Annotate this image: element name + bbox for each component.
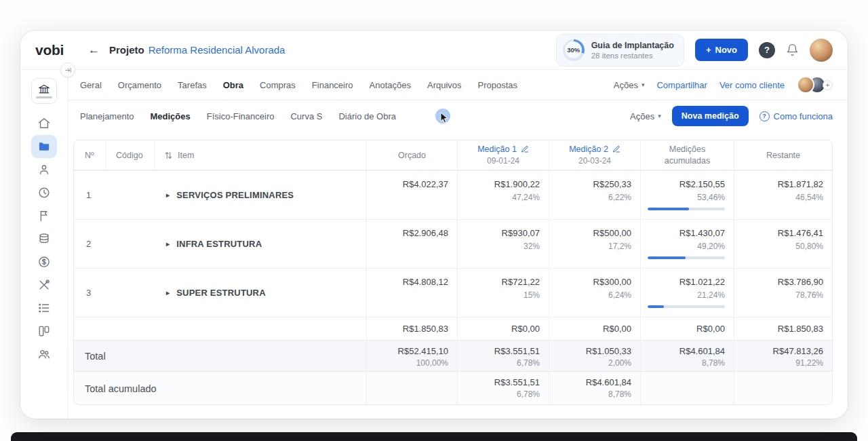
tab-compras[interactable]: Compras <box>260 80 296 90</box>
header-measurement-2: Medição 2 20-03-24 <box>549 140 641 170</box>
add-collaborator-icon[interactable]: + <box>823 80 833 90</box>
measurement-2-date: 20-03-24 <box>578 156 611 166</box>
help-icon[interactable]: ? <box>759 42 775 58</box>
total-measurement-2-cell: R$1.050,332,00% <box>549 340 641 371</box>
sidebar-expand-button[interactable] <box>60 62 75 77</box>
sidebar-item-products[interactable] <box>31 227 57 250</box>
collaborator-avatars[interactable]: + <box>797 76 833 94</box>
measurement-2-cell: R$250,336,22% <box>549 170 641 219</box>
subtab-planejamento[interactable]: Planejamento <box>80 111 134 121</box>
table-row[interactable]: 1 ▸ SERVIÇOS PRELIMINARES R$4.022,37 R$1… <box>74 170 832 219</box>
remaining-cell: R$3.786,9078,76% <box>734 268 832 317</box>
tab-tarefas[interactable]: Tarefas <box>178 80 207 90</box>
subtab-fisico-financeiro[interactable]: Físico-Financeiro <box>207 111 275 121</box>
row-number: 1 <box>74 170 106 219</box>
user-avatar[interactable] <box>810 39 833 62</box>
sidebar-item-projects[interactable] <box>31 135 57 158</box>
sidebar-item-team[interactable] <box>31 343 57 366</box>
chevron-down-icon: ▾ <box>642 81 645 88</box>
expand-caret-icon[interactable]: ▸ <box>166 240 170 248</box>
tab-anotacoes[interactable]: Anotações <box>370 80 411 90</box>
row-item-cell[interactable]: ▸ SUPER ESTRUTURA <box>155 268 367 317</box>
back-arrow-icon[interactable]: ← <box>88 43 100 57</box>
measurement-2-cell: R$300,006,24% <box>549 268 641 317</box>
row-number <box>74 317 106 340</box>
header-accumulated: Medições acumuladas <box>641 140 734 170</box>
how-it-works-link[interactable]: ? Como funciona <box>760 111 833 121</box>
sidebar-item-clients[interactable] <box>31 158 57 181</box>
vobi-logo[interactable]: vobi <box>35 42 77 58</box>
accumulated-cell: R$1.430,0749,20% <box>641 219 734 268</box>
measurement-1-cell: R$721,2215% <box>458 268 549 317</box>
new-measurement-button[interactable]: Nova medição <box>672 106 749 126</box>
view-as-client-link[interactable]: Ver como cliente <box>719 80 785 90</box>
row-number: 3 <box>74 268 106 317</box>
project-name-link[interactable]: Reforma Residencial Alvorada <box>149 44 285 56</box>
measurement-1-date: 09-01-24 <box>487 156 519 166</box>
actions-dropdown[interactable]: Ações ▾ <box>614 80 645 90</box>
tab-geral[interactable]: Geral <box>80 80 102 90</box>
measurement-1-cell: R$0,00 <box>458 317 549 340</box>
header-code: Código <box>106 140 155 170</box>
item-name: SERVIÇOS PRELIMINARES <box>176 190 294 200</box>
row-code <box>106 268 155 317</box>
subtab-curva-s[interactable]: Curva S <box>290 111 322 121</box>
plus-icon: + <box>706 45 711 55</box>
empty-cell <box>641 371 734 405</box>
item-name: SUPER ESTRUTURA <box>176 288 266 298</box>
budget-cell: R$4.808,12 <box>367 268 458 317</box>
row-item-cell[interactable]: ▸ INFRA ESTRUTURA <box>155 219 367 268</box>
table-header-row: Nº Código Item Orçado Medição 1 <box>74 140 832 170</box>
accumulated-total-label: Total acumulado <box>74 371 367 405</box>
sidebar <box>20 70 68 419</box>
header-number: Nº <box>74 140 106 170</box>
sidebar-item-tools[interactable] <box>31 273 57 296</box>
top-bar: vobi ← Projeto Reforma Residencial Alvor… <box>20 31 848 70</box>
header-budget: Orçado <box>367 140 458 170</box>
new-button[interactable]: + Novo <box>695 39 748 61</box>
row-code <box>106 317 155 340</box>
sort-icon[interactable] <box>165 151 172 160</box>
row-number: 2 <box>74 219 106 268</box>
progress-bar <box>648 256 725 259</box>
expand-caret-icon[interactable]: ▸ <box>166 289 170 296</box>
sidebar-item-home[interactable] <box>31 112 57 135</box>
tab-financeiro[interactable]: Financeiro <box>312 80 353 90</box>
main-content: Geral Orçamento Tarefas Obra Compras Fin… <box>68 70 848 419</box>
company-logo[interactable] <box>31 78 57 104</box>
sidebar-item-tasks[interactable] <box>31 296 57 320</box>
total-accumulated-cell: R$4.601,848,78% <box>641 340 734 371</box>
expand-caret-icon[interactable]: ▸ <box>166 191 170 199</box>
tab-orcamento[interactable]: Orçamento <box>118 80 161 90</box>
measurement-2-edit[interactable]: Medição 2 <box>569 145 620 154</box>
table-row[interactable]: 3 ▸ SUPER ESTRUTURA R$4.808,12 R$721,221… <box>74 268 832 317</box>
row-item-cell[interactable]: ▸ SERVIÇOS PRELIMINARES <box>155 170 367 219</box>
progress-bar <box>648 208 725 210</box>
measurement-1-cell: R$930,0732% <box>458 219 549 268</box>
header-measurement-1: Medição 1 09-01-24 <box>458 140 549 170</box>
subtab-medicoes[interactable]: Medições <box>151 111 191 121</box>
header-item[interactable]: Item <box>155 140 367 170</box>
row-item-cell <box>155 317 367 340</box>
empty-cell <box>734 371 832 405</box>
sidebar-item-finance[interactable] <box>31 250 57 273</box>
implementation-guide-widget[interactable]: 30% Guia de Implantação 28 itens restant… <box>556 34 684 66</box>
tab-obra[interactable]: Obra <box>223 80 243 90</box>
table-row-partial[interactable]: R$1.850,83 R$0,00 R$0,00 R$0,00 R$1.850,… <box>74 317 832 340</box>
share-link[interactable]: Compartilhar <box>656 80 707 90</box>
obra-subtab-bar: Planejamento Medições Físico-Financeiro … <box>68 100 848 132</box>
subtab-diario-de-obra[interactable]: Diário de Obra <box>338 111 396 121</box>
sidebar-item-history[interactable] <box>31 181 57 204</box>
measurement-1-edit[interactable]: Medição 1 <box>477 145 529 154</box>
measurements-actions-dropdown[interactable]: Ações ▾ <box>630 111 661 121</box>
guide-subtitle: 28 itens restantes <box>591 52 674 60</box>
click-highlight <box>435 109 450 123</box>
notifications-bell-icon[interactable] <box>786 43 799 56</box>
tab-arquivos[interactable]: Arquivos <box>427 80 462 90</box>
sidebar-item-suppliers[interactable] <box>31 204 57 227</box>
tab-propostas[interactable]: Propostas <box>478 80 518 90</box>
collaborator-avatar <box>797 76 814 94</box>
sidebar-item-kanban[interactable] <box>31 320 57 343</box>
accumulated-cell: R$2.150,5553,46% <box>641 170 734 219</box>
table-row[interactable]: 2 ▸ INFRA ESTRUTURA R$2.906,48 R$930,073… <box>74 219 832 268</box>
